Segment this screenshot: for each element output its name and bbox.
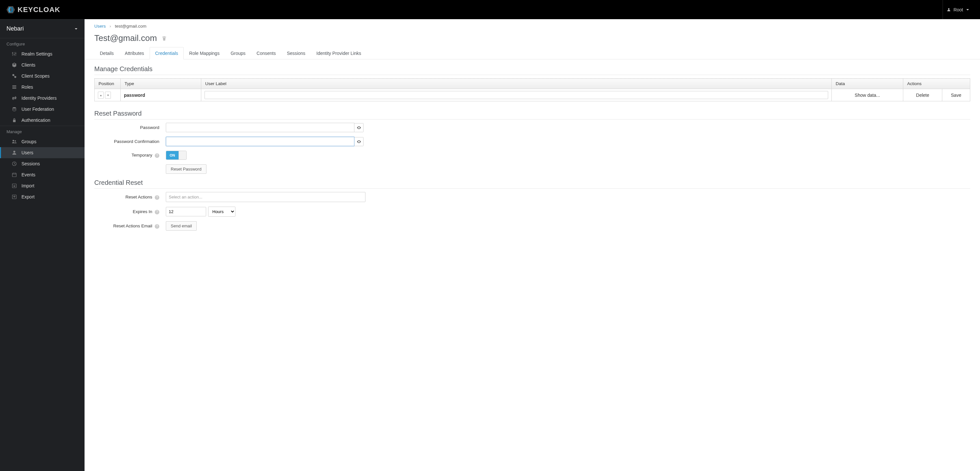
move-up-button[interactable]: ▴ bbox=[98, 92, 104, 99]
keycloak-icon bbox=[6, 5, 16, 14]
nav-events[interactable]: Events bbox=[0, 169, 84, 180]
nav-groups[interactable]: Groups bbox=[0, 136, 84, 147]
move-down-button[interactable]: ▾ bbox=[105, 92, 111, 99]
col-type: Type bbox=[121, 79, 201, 89]
svg-rect-12 bbox=[12, 87, 16, 87]
reset-password-heading: Reset Password bbox=[94, 110, 970, 119]
password-label: Password bbox=[94, 125, 166, 130]
trash-icon[interactable] bbox=[162, 36, 167, 41]
realm-name: Nebari bbox=[6, 25, 24, 32]
delete-button[interactable]: Delete bbox=[903, 89, 942, 101]
svg-point-18 bbox=[13, 151, 15, 153]
clock-icon bbox=[12, 161, 17, 166]
tab-details[interactable]: Details bbox=[94, 47, 119, 59]
main-content: Users › test@gmail.com Test@gmail.com De… bbox=[84, 19, 980, 471]
col-user-label: User Label bbox=[201, 79, 832, 89]
svg-rect-13 bbox=[12, 88, 16, 89]
person-icon bbox=[947, 8, 951, 12]
sliders-icon bbox=[12, 51, 17, 57]
password-confirm-input[interactable] bbox=[166, 137, 355, 146]
reset-actions-select[interactable]: Select an action... bbox=[166, 192, 366, 202]
save-button[interactable]: Save bbox=[942, 89, 970, 101]
help-icon[interactable]: ? bbox=[155, 210, 159, 214]
scopes-icon bbox=[12, 73, 17, 79]
nav-realm-settings[interactable]: Realm Settings bbox=[0, 48, 84, 59]
tab-role-mappings[interactable]: Role Mappings bbox=[184, 47, 225, 59]
expires-unit-select[interactable]: Hours bbox=[208, 206, 235, 217]
user-name: Root bbox=[953, 7, 963, 12]
breadcrumb: Users › test@gmail.com bbox=[94, 24, 970, 29]
svg-rect-4 bbox=[14, 52, 14, 56]
topbar: KEYCLOAK Root bbox=[0, 0, 980, 19]
toggle-confirm-visibility[interactable] bbox=[355, 137, 364, 146]
exchange-icon bbox=[12, 95, 17, 101]
toggle-password-visibility[interactable] bbox=[355, 123, 364, 132]
help-icon[interactable]: ? bbox=[155, 224, 159, 229]
credentials-table: Position Type User Label Data Actions ▴ … bbox=[94, 78, 970, 101]
sidebar: Nebari Configure Realm Settings Clients … bbox=[0, 19, 84, 471]
tab-sessions[interactable]: Sessions bbox=[281, 47, 311, 59]
credential-reset-heading: Credential Reset bbox=[94, 179, 970, 189]
breadcrumb-current: test@gmail.com bbox=[115, 24, 146, 29]
svg-rect-5 bbox=[16, 52, 16, 56]
help-icon[interactable]: ? bbox=[155, 153, 159, 158]
svg-point-8 bbox=[15, 53, 16, 54]
credential-row: ▴ ▾ password Show data... Delete Save bbox=[95, 89, 970, 101]
import-icon bbox=[12, 183, 17, 189]
nav-client-scopes[interactable]: Client Scopes bbox=[0, 70, 84, 81]
lock-icon bbox=[12, 117, 17, 123]
svg-rect-11 bbox=[12, 86, 16, 86]
password-input[interactable] bbox=[166, 123, 355, 132]
nav-clients[interactable]: Clients bbox=[0, 59, 84, 70]
group-icon bbox=[12, 139, 17, 144]
nav-roles[interactable]: Roles bbox=[0, 81, 84, 93]
manage-header: Manage bbox=[0, 126, 84, 136]
user-menu[interactable]: Root bbox=[943, 0, 974, 19]
nav-sessions[interactable]: Sessions bbox=[0, 158, 84, 169]
eye-icon bbox=[357, 140, 361, 144]
svg-rect-15 bbox=[13, 120, 16, 122]
svg-rect-20 bbox=[12, 173, 16, 177]
tab-attributes[interactable]: Attributes bbox=[119, 47, 150, 59]
help-icon[interactable]: ? bbox=[155, 195, 159, 200]
cube-icon bbox=[12, 62, 17, 68]
temporary-toggle[interactable]: ON bbox=[166, 151, 187, 160]
nav-user-federation[interactable]: User Federation bbox=[0, 104, 84, 115]
svg-point-14 bbox=[13, 107, 16, 108]
tab-consents[interactable]: Consents bbox=[251, 47, 281, 59]
breadcrumb-sep: › bbox=[110, 24, 111, 29]
brand-logo[interactable]: KEYCLOAK bbox=[6, 5, 60, 14]
calendar-icon bbox=[12, 172, 17, 178]
svg-point-17 bbox=[14, 140, 16, 142]
svg-point-16 bbox=[13, 140, 14, 142]
configure-header: Configure bbox=[0, 38, 84, 48]
tab-idp-links[interactable]: Identity Provider Links bbox=[311, 47, 367, 59]
expires-value-input[interactable] bbox=[166, 207, 206, 216]
tabs: Details Attributes Credentials Role Mapp… bbox=[84, 47, 980, 59]
realm-selector[interactable]: Nebari bbox=[0, 19, 84, 38]
breadcrumb-parent[interactable]: Users bbox=[94, 24, 106, 29]
tab-credentials[interactable]: Credentials bbox=[150, 47, 184, 59]
tab-groups[interactable]: Groups bbox=[225, 47, 251, 59]
nav-export[interactable]: Export bbox=[0, 191, 84, 202]
page-title: Test@gmail.com bbox=[94, 33, 970, 43]
brand-text: KEYCLOAK bbox=[18, 6, 60, 14]
col-data: Data bbox=[832, 79, 903, 89]
reset-password-button[interactable]: Reset Password bbox=[166, 164, 207, 174]
send-email-button[interactable]: Send email bbox=[166, 221, 197, 231]
eye-icon bbox=[357, 125, 361, 130]
show-data-button[interactable]: Show data... bbox=[832, 89, 903, 101]
user-label-input[interactable] bbox=[205, 91, 828, 99]
credential-type: password bbox=[124, 93, 145, 98]
svg-marker-0 bbox=[6, 6, 15, 13]
nav-identity-providers[interactable]: Identity Providers bbox=[0, 93, 84, 104]
list-icon bbox=[12, 84, 17, 90]
col-position: Position bbox=[95, 79, 121, 89]
nav-authentication[interactable]: Authentication bbox=[0, 115, 84, 126]
svg-point-7 bbox=[14, 54, 14, 55]
reset-actions-label: Reset Actions ? bbox=[94, 195, 166, 200]
password-confirm-label: Password Confirmation bbox=[94, 139, 166, 144]
nav-users[interactable]: Users bbox=[0, 147, 84, 158]
nav-import[interactable]: Import bbox=[0, 180, 84, 191]
person-icon bbox=[12, 150, 17, 155]
